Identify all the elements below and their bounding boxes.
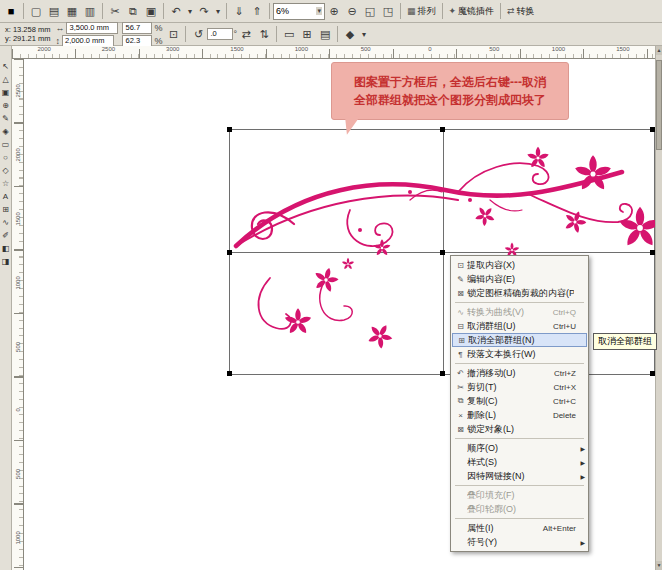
open-button[interactable]: ▤ (45, 2, 63, 20)
pick-tool[interactable]: ↖ (0, 60, 11, 73)
horizontal-ruler[interactable]: 2000 2500 3000 1500 1000 500 0 500 1000 … (12, 46, 655, 59)
lock-ratio-button[interactable]: ⊡ (164, 25, 182, 43)
scale-v-field[interactable]: 62.3 (122, 35, 152, 47)
fill-tool[interactable]: ◧ (0, 242, 11, 255)
property-bar: x: 13.258 mm y: 291.21 mm ↔3,500.0 mm ↕2… (0, 23, 662, 46)
polygon-tool[interactable]: ◇ (0, 164, 11, 177)
arrange-button[interactable]: ▦ 排列 (407, 5, 436, 18)
pb-extra-button-1[interactable]: ▭ (280, 25, 298, 43)
shape-tool[interactable]: △ (0, 73, 11, 86)
menu-item-lock-powerclip-contents[interactable]: ⊠ 锁定图框精确剪裁的内容(P) (452, 286, 587, 300)
undo-button[interactable]: ↶ (167, 2, 185, 20)
rotate-icon: ↺ (189, 25, 207, 43)
menu-item-extract-content[interactable]: ⊡ 提取内容(X) (452, 258, 587, 272)
pb-extra-button-2[interactable]: ⊞ (298, 25, 316, 43)
undo-dropdown-icon[interactable]: ▾ (185, 2, 195, 20)
pb-extra-button-3[interactable]: ▤ (316, 25, 334, 43)
pb-extra-button-4[interactable]: ◆ (341, 25, 359, 43)
toolbar-separator (23, 3, 24, 19)
zoom-to-fit-button[interactable]: ◱ (361, 2, 379, 20)
menu-item-copy[interactable]: ⧉ 复制(C) Ctrl+C (452, 394, 587, 408)
angle-field[interactable]: .0 (207, 28, 233, 40)
selection-handle[interactable] (227, 127, 232, 132)
outline-tool[interactable]: ◨ (0, 255, 11, 268)
menu-item-undo-move[interactable]: ↶ 撤消移动(U) Ctrl+Z (452, 366, 587, 380)
menu-item-properties[interactable]: 属性(I) Alt+Enter (452, 521, 587, 535)
menu-item-overprint-outline: 叠印轮廓(O) (452, 502, 587, 516)
interactive-tool[interactable]: ∿ (0, 216, 11, 229)
menu-item-label: 取消群组(U) (467, 320, 551, 333)
freehand-tool[interactable]: ✎ (0, 112, 11, 125)
redo-button[interactable]: ↷ (195, 2, 213, 20)
selection-handle[interactable] (227, 250, 232, 255)
scale-h-field[interactable]: 56.7 (122, 22, 152, 34)
zoom-tool[interactable]: ⊕ (0, 99, 11, 112)
rectangle-tool[interactable]: ▭ (0, 138, 11, 151)
menu-item-internet-links[interactable]: 因特网链接(N) ▶ (452, 469, 587, 483)
menu-item-convert-to-curves: ∿ 转换为曲线(V) Ctrl+Q (452, 305, 587, 319)
mirror-vertical-button[interactable]: ⇅ (255, 25, 273, 43)
toolbox: ↖ △ ▣ ⊕ ✎ ◈ ▭ ○ ◇ ☆ A ⊞ ∿ ✐ ◧ ◨ (0, 46, 12, 570)
menu-item-lock-object[interactable]: ⊠ 锁定对象(L) (452, 422, 587, 436)
copy-button[interactable]: ⧉ (124, 2, 142, 20)
selection-handle[interactable] (440, 127, 445, 132)
save-button[interactable]: ▦ (63, 2, 81, 20)
pb-extra-dropdown-icon[interactable]: ▾ (359, 25, 369, 43)
cut-button[interactable]: ✂ (106, 2, 124, 20)
percent-label: % (154, 36, 162, 46)
callout-line-1: 图案置于方框后，全选后右键---取消 (354, 73, 546, 91)
vertical-scrollbar[interactable]: ▲ ▼ (655, 46, 662, 570)
smart-fill-tool[interactable]: ◈ (0, 125, 11, 138)
toolbar-separator (226, 3, 227, 19)
text-tool[interactable]: A (0, 190, 11, 203)
width-field[interactable]: 3,500.0 mm (66, 22, 118, 34)
menu-item-styles[interactable]: 样式(S) ▶ (452, 455, 587, 469)
redo-dropdown-icon[interactable]: ▾ (213, 2, 223, 20)
menu-item-label: 剪切(T) (467, 381, 552, 394)
menu-item-symbol[interactable]: 符号(Y) ▶ (452, 535, 587, 549)
menu-item-edit-content[interactable]: ✎ 编辑内容(E) (452, 272, 587, 286)
paste-button[interactable]: ▣ (142, 2, 160, 20)
menu-item-ungroup-all[interactable]: ⊞ 取消全部群组(N) (452, 333, 587, 347)
ruler-tick-label: 500 (462, 46, 526, 58)
convert-icon: ⇄ (507, 6, 515, 16)
export-button[interactable]: ⇑ (248, 2, 266, 20)
import-button[interactable]: ⇓ (230, 2, 248, 20)
plugin-button[interactable]: ✦ 魔镜插件 (449, 5, 495, 18)
menu-item-label: 属性(I) (467, 522, 541, 535)
scroll-up-icon[interactable]: ▲ (656, 46, 662, 55)
mirror-horizontal-button[interactable]: ⇄ (237, 25, 255, 43)
scrollbar-thumb[interactable] (656, 60, 662, 150)
selection-handle[interactable] (227, 371, 232, 376)
ellipse-tool[interactable]: ○ (0, 151, 11, 164)
menu-item-ungroup[interactable]: ⊟ 取消群组(U) Ctrl+U (452, 319, 587, 333)
height-field[interactable]: 2,000.0 mm (62, 35, 114, 47)
menu-separator (455, 438, 584, 439)
basic-shapes-tool[interactable]: ☆ (0, 177, 11, 190)
menu-item-label: 叠印轮廓(O) (467, 503, 574, 516)
menu-item-wrap-paragraph-text[interactable]: ¶ 段落文本换行(W) (452, 347, 587, 361)
scroll-down-icon[interactable]: ▼ (656, 561, 662, 570)
menu-item-order[interactable]: 顺序(O) ▶ (452, 441, 587, 455)
zoom-in-button[interactable]: ⊕ (325, 2, 343, 20)
y-value[interactable]: 291.21 mm (13, 34, 51, 43)
selection-handle[interactable] (440, 250, 445, 255)
eyedropper-tool[interactable]: ✐ (0, 229, 11, 242)
delete-icon: × (454, 411, 467, 420)
print-button[interactable]: ▥ (81, 2, 99, 20)
new-button[interactable]: ▢ (27, 2, 45, 20)
menu-item-delete[interactable]: × 删除(L) Delete (452, 408, 587, 422)
zoom-to-page-button[interactable]: ◳ (379, 2, 397, 20)
crop-tool[interactable]: ▣ (0, 86, 11, 99)
zoom-out-button[interactable]: ⊖ (343, 2, 361, 20)
zoom-level-combo[interactable]: 6% ▾ (273, 3, 325, 20)
x-value[interactable]: 13.258 mm (13, 25, 51, 34)
convert-button[interactable]: ⇄ 转换 (507, 5, 535, 18)
menu-item-cut[interactable]: ✂ 剪切(T) Ctrl+X (452, 380, 587, 394)
selection-handle[interactable] (440, 371, 445, 376)
toolbar-separator (185, 26, 186, 42)
vertical-ruler[interactable]: 2500 2000 1500 1000 500 0 500 1000 (12, 59, 24, 570)
chevron-down-icon[interactable]: ▾ (316, 7, 322, 15)
menu-item-label: 取消全部群组(N) (468, 334, 573, 347)
table-tool[interactable]: ⊞ (0, 203, 11, 216)
